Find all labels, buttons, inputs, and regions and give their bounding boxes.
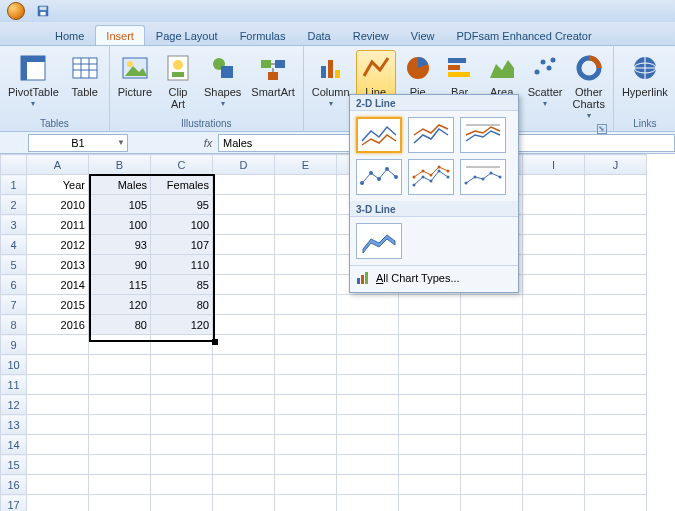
cell[interactable] [151, 335, 213, 355]
cell[interactable] [275, 435, 337, 455]
table-button[interactable]: Table [65, 50, 105, 100]
cell[interactable] [523, 315, 585, 335]
cell[interactable] [461, 455, 523, 475]
cell[interactable] [523, 395, 585, 415]
chart-type-stacked-line-markers[interactable] [408, 159, 454, 195]
cell[interactable] [585, 455, 647, 475]
cell[interactable]: 2011 [27, 215, 89, 235]
row-header[interactable]: 12 [1, 395, 27, 415]
cell[interactable] [399, 395, 461, 415]
cell[interactable]: 2016 [27, 315, 89, 335]
tab-data[interactable]: Data [296, 25, 341, 45]
cell[interactable] [89, 395, 151, 415]
cell[interactable] [337, 415, 399, 435]
cell[interactable] [27, 415, 89, 435]
scatter-button[interactable]: Scatter▾ [524, 50, 567, 110]
cell[interactable] [151, 495, 213, 512]
cell[interactable] [399, 315, 461, 335]
dialog-launcher-icon[interactable]: ⬊ [597, 124, 607, 134]
cell[interactable] [399, 295, 461, 315]
cell[interactable]: 2010 [27, 195, 89, 215]
cell[interactable] [275, 335, 337, 355]
cell[interactable] [461, 295, 523, 315]
cell[interactable] [585, 255, 647, 275]
cell[interactable] [461, 395, 523, 415]
row-header[interactable]: 15 [1, 455, 27, 475]
cell[interactable] [337, 295, 399, 315]
cell[interactable] [337, 435, 399, 455]
cell[interactable] [585, 335, 647, 355]
cell[interactable] [213, 235, 275, 255]
column-header[interactable]: D [213, 155, 275, 175]
chart-type-100-stacked-line[interactable] [460, 117, 506, 153]
cell[interactable]: 90 [89, 255, 151, 275]
cell[interactable] [585, 215, 647, 235]
cell[interactable] [275, 395, 337, 415]
cell[interactable] [213, 375, 275, 395]
cell[interactable] [399, 475, 461, 495]
cell[interactable] [461, 335, 523, 355]
cell[interactable]: 107 [151, 235, 213, 255]
cell[interactable]: Females [151, 175, 213, 195]
cell[interactable] [399, 335, 461, 355]
cell[interactable] [461, 355, 523, 375]
row-header[interactable]: 1 [1, 175, 27, 195]
pivottable-button[interactable]: PivotTable▾ [4, 50, 63, 110]
cell[interactable] [337, 395, 399, 415]
row-header[interactable]: 3 [1, 215, 27, 235]
cell[interactable] [213, 475, 275, 495]
cell[interactable] [213, 255, 275, 275]
tab-formulas[interactable]: Formulas [229, 25, 297, 45]
cell[interactable] [461, 495, 523, 512]
cell[interactable] [337, 355, 399, 375]
cell[interactable] [585, 275, 647, 295]
row-header[interactable]: 11 [1, 375, 27, 395]
cell[interactable] [585, 395, 647, 415]
cell[interactable] [585, 495, 647, 512]
cell[interactable] [523, 255, 585, 275]
cell[interactable] [151, 415, 213, 435]
cell[interactable] [585, 315, 647, 335]
cell[interactable] [585, 435, 647, 455]
cell[interactable] [89, 355, 151, 375]
cell[interactable] [585, 415, 647, 435]
cell[interactable] [275, 315, 337, 335]
cell[interactable] [523, 495, 585, 512]
column-header[interactable]: A [27, 155, 89, 175]
cell[interactable] [275, 195, 337, 215]
other-button[interactable]: OtherCharts▾ [569, 50, 609, 122]
shapes-button[interactable]: Shapes▾ [200, 50, 245, 110]
tab-insert[interactable]: Insert [95, 25, 145, 45]
cell[interactable] [27, 495, 89, 512]
tab-view[interactable]: View [400, 25, 446, 45]
cell[interactable] [275, 455, 337, 475]
cell[interactable] [27, 395, 89, 415]
cell[interactable] [27, 435, 89, 455]
save-icon[interactable] [36, 4, 50, 18]
cell[interactable] [89, 415, 151, 435]
clipart-button[interactable]: ClipArt [158, 50, 198, 112]
row-header[interactable]: 13 [1, 415, 27, 435]
cell[interactable] [275, 175, 337, 195]
cell[interactable] [585, 235, 647, 255]
cell[interactable] [27, 455, 89, 475]
cell[interactable] [585, 175, 647, 195]
cell[interactable] [89, 495, 151, 512]
hyperlink-button[interactable]: Hyperlink [618, 50, 672, 100]
row-header[interactable]: 10 [1, 355, 27, 375]
cell[interactable] [523, 375, 585, 395]
fx-icon[interactable]: fx [198, 137, 218, 149]
cell[interactable]: 80 [89, 315, 151, 335]
office-button[interactable] [0, 0, 32, 22]
cell[interactable] [213, 455, 275, 475]
all-chart-types-button[interactable]: All Chart Types... [350, 265, 518, 290]
cell[interactable]: 120 [89, 295, 151, 315]
name-box[interactable]: B1 ▼ [28, 134, 128, 152]
cell[interactable] [399, 435, 461, 455]
cell[interactable] [151, 395, 213, 415]
cell[interactable] [523, 295, 585, 315]
cell[interactable] [89, 435, 151, 455]
cell[interactable] [213, 275, 275, 295]
column-header[interactable]: E [275, 155, 337, 175]
cell[interactable] [399, 495, 461, 512]
